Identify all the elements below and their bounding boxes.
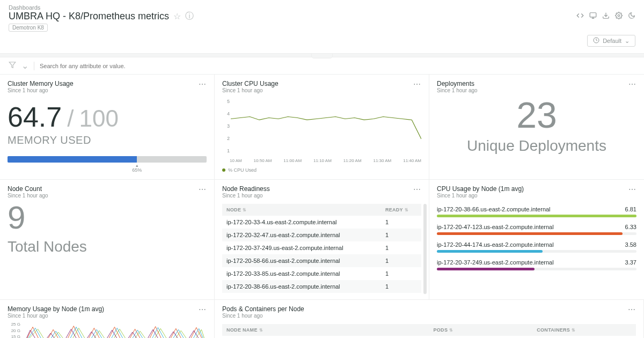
panel-menu-icon[interactable]: ⋯ [199, 305, 207, 314]
bar-label: ip-172-20-37-249.us-east-2.compute.inter… [437, 259, 554, 266]
time-picker[interactable]: Default ⌄ [587, 35, 635, 47]
bar-fill [437, 232, 623, 235]
cpu-line-svg [231, 99, 421, 152]
header-actions [576, 12, 635, 21]
info-icon[interactable]: ⓘ [185, 11, 194, 22]
col-pods[interactable]: PODS⇅ [429, 324, 533, 336]
svg-marker-6 [9, 62, 16, 68]
cell-ready: 1 [381, 216, 421, 229]
cell-node: ip-172-20-33-85.us-east-2.compute.intern… [222, 267, 381, 280]
node-count-value: 9 [8, 202, 207, 234]
cpu-chart: 54321 10 AM10:50 AM11:00 AM11:10 AM11:20… [222, 99, 421, 163]
table-row[interactable]: ip-172-20-33-85.us-east-2.compute.intern… [222, 267, 421, 280]
cell-ready: 1 [381, 241, 421, 254]
bar-fill [437, 215, 636, 217]
col-node[interactable]: NODE⇅ [222, 204, 381, 216]
memory-chart: 25 G20 G15 G10 G5 G [8, 322, 207, 338]
memory-label: MEMORY USED [8, 134, 207, 146]
legend-label: % CPU Used [228, 167, 257, 173]
cell-node: ip-172-20-32-47.us-east-2.compute.intern… [222, 229, 381, 241]
panel-title: Deployments [437, 80, 478, 87]
panel-node-readiness: Node Readiness Since 1 hour ago ⋯ NODE⇅ … [215, 180, 429, 300]
panel-node-count: Node Count Since 1 hour ago ⋯ 9 Total No… [0, 180, 215, 300]
page-header: Dashboards UMBRA HQ - K8/Prometheus metr… [0, 0, 644, 34]
filter-icon[interactable] [9, 61, 16, 71]
memory-sep: / [67, 105, 74, 132]
panel-title: Pods & Containers per Node [222, 305, 304, 313]
cpu-legend: % CPU Used [222, 167, 421, 173]
panel-memory-by-node: Memory Usage by Node (1m avg) Since 1 ho… [0, 300, 215, 338]
panel-cluster-cpu: Cluster CPU Usage Since 1 hour ago ⋯ 543… [215, 75, 429, 180]
cell-node: ip-172-20-38-66.us-east-2.compute.intern… [222, 280, 381, 293]
memory-bar-fill [8, 156, 137, 163]
tag-chip[interactable]: Demotron K8 [9, 24, 48, 32]
sort-icon: ⇅ [243, 208, 246, 212]
col-node-name[interactable]: NODE NAME⇅ [222, 324, 429, 336]
gear-icon[interactable] [615, 12, 623, 21]
panel-subtitle: Since 1 hour ago [8, 193, 48, 199]
sort-icon: ⇅ [405, 208, 408, 212]
bar-value: 3.58 [625, 241, 636, 248]
panel-deployments: Deployments Since 1 hour ago ⋯ 23 Unique… [429, 75, 644, 180]
cell-containers: 16 [532, 336, 636, 338]
bar-item[interactable]: ip-172-20-37-249.us-east-2.compute.inter… [437, 259, 636, 270]
bar-label: ip-172-20-47-123.us-east-2.compute.inter… [437, 224, 554, 230]
panel-title: Node Readiness [222, 185, 270, 193]
pods-table: NODE NAME⇅ PODS⇅ CONTAINERS⇅ ip-172-20-4… [222, 324, 636, 338]
deployments-value: 23 [437, 97, 636, 133]
bar-fill [437, 268, 535, 270]
download-icon[interactable] [602, 12, 610, 21]
panel-menu-icon[interactable]: ⋯ [413, 185, 421, 194]
table-row[interactable]: ip-172-20-44-174.us-east-2.compute.inter… [222, 336, 636, 338]
col-containers[interactable]: CONTAINERS⇅ [532, 324, 636, 336]
panel-subtitle: Since 1 hour ago [222, 313, 304, 319]
panel-menu-icon[interactable]: ⋯ [413, 80, 421, 89]
panel-menu-icon[interactable]: ⋯ [628, 80, 636, 89]
panel-cluster-memory: Cluster Memory Usage Since 1 hour ago ⋯ … [0, 75, 215, 180]
table-row[interactable]: ip-172-20-38-66.us-east-2.compute.intern… [222, 280, 421, 293]
panel-subtitle: Since 1 hour ago [8, 313, 104, 319]
table-row[interactable]: ip-172-20-58-66.us-east-2.compute.intern… [222, 254, 421, 267]
star-icon[interactable]: ☆ [173, 11, 181, 21]
moon-icon[interactable] [628, 12, 635, 21]
chevron-down-icon[interactable]: ⌄ [21, 61, 28, 71]
panel-menu-icon[interactable]: ⋯ [628, 305, 636, 314]
bar-track [437, 232, 636, 235]
table-row[interactable]: ip-172-20-32-47.us-east-2.compute.intern… [222, 229, 421, 241]
panel-menu-icon[interactable]: ⋯ [199, 80, 207, 89]
panel-pods-containers: Pods & Containers per Node Since 1 hour … [215, 300, 644, 338]
time-label: Default [603, 38, 621, 44]
bar-label: ip-172-20-38-66.us-east-2.compute.intern… [437, 206, 551, 212]
panel-title: CPU Usage by Node (1m avg) [437, 185, 524, 193]
sort-icon: ⇅ [259, 328, 263, 333]
panel-menu-icon[interactable]: ⋯ [628, 185, 636, 194]
breadcrumb[interactable]: Dashboards [9, 4, 635, 11]
bar-value: 3.37 [625, 259, 636, 266]
table-row[interactable]: ip-172-20-37-249.us-east-2.compute.inter… [222, 241, 421, 254]
table-row[interactable]: ip-172-20-33-4.us-east-2.compute.interna… [222, 216, 421, 229]
bar-label: ip-172-20-44-174.us-east-2.compute.inter… [437, 241, 554, 248]
bar-item[interactable]: ip-172-20-47-123.us-east-2.compute.inter… [437, 224, 636, 235]
svg-rect-0 [590, 12, 596, 17]
deployments-label: Unique Deployments [437, 137, 636, 155]
bar-value: 6.81 [625, 206, 636, 212]
divider [0, 53, 644, 57]
memory-value: 64.7 [8, 103, 62, 131]
bar-track [437, 215, 636, 217]
scrollbar[interactable] [423, 204, 427, 294]
cell-pods: 12 [429, 336, 533, 338]
panel-subtitle: Since 1 hour ago [222, 193, 270, 199]
code-icon[interactable] [576, 12, 584, 21]
monitor-icon[interactable] [589, 12, 597, 21]
bar-item[interactable]: ip-172-20-38-66.us-east-2.compute.intern… [437, 206, 636, 217]
filter-input[interactable] [40, 63, 635, 69]
panel-menu-icon[interactable]: ⋯ [199, 185, 207, 194]
bar-item[interactable]: ip-172-20-44-174.us-east-2.compute.inter… [437, 241, 636, 253]
svg-point-4 [618, 14, 620, 17]
page-title: UMBRA HQ - K8/Prometheus metrics [9, 11, 169, 22]
cell-ready: 1 [381, 280, 421, 293]
cell-ready: 1 [381, 254, 421, 267]
memory-max: 100 [79, 105, 118, 132]
col-ready[interactable]: READY⇅ [381, 204, 421, 216]
sort-icon: ⇅ [572, 328, 575, 333]
